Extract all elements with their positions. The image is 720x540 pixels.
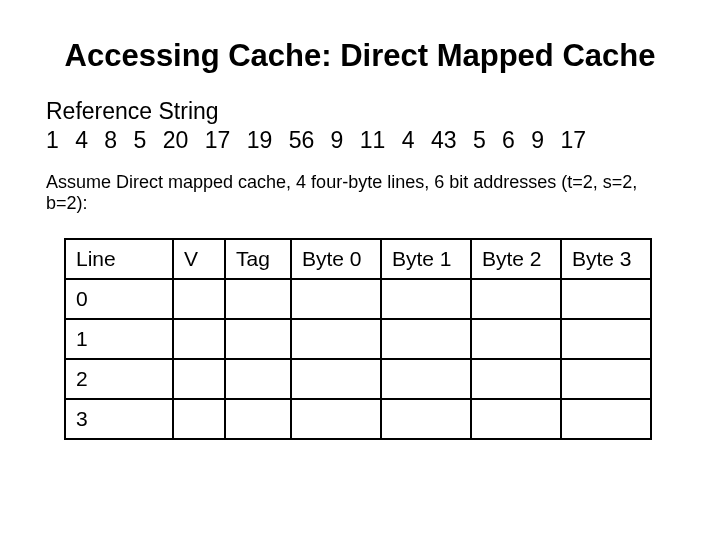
cell-b3 xyxy=(561,359,651,399)
cell-line: 0 xyxy=(65,279,173,319)
reference-string-label: Reference String xyxy=(46,98,674,125)
cell-b0 xyxy=(291,399,381,439)
table-header-row: Line V Tag Byte 0 Byte 1 Byte 2 Byte 3 xyxy=(65,239,651,279)
cell-b0 xyxy=(291,319,381,359)
slide: Accessing Cache: Direct Mapped Cache Ref… xyxy=(0,0,720,540)
cell-line: 3 xyxy=(65,399,173,439)
cell-tag xyxy=(225,399,291,439)
header-byte3: Byte 3 xyxy=(561,239,651,279)
cell-b2 xyxy=(471,399,561,439)
header-byte1: Byte 1 xyxy=(381,239,471,279)
cell-b2 xyxy=(471,319,561,359)
cell-v xyxy=(173,359,225,399)
cell-v xyxy=(173,319,225,359)
cell-b1 xyxy=(381,319,471,359)
cell-b3 xyxy=(561,399,651,439)
header-byte0: Byte 0 xyxy=(291,239,381,279)
cell-tag xyxy=(225,279,291,319)
cell-b1 xyxy=(381,279,471,319)
cell-v xyxy=(173,399,225,439)
table-row: 3 xyxy=(65,399,651,439)
cell-b1 xyxy=(381,399,471,439)
cell-b0 xyxy=(291,279,381,319)
cell-b1 xyxy=(381,359,471,399)
slide-title: Accessing Cache: Direct Mapped Cache xyxy=(46,38,674,74)
header-tag: Tag xyxy=(225,239,291,279)
cache-table: Line V Tag Byte 0 Byte 1 Byte 2 Byte 3 0… xyxy=(64,238,652,440)
cell-tag xyxy=(225,359,291,399)
header-byte2: Byte 2 xyxy=(471,239,561,279)
cell-b3 xyxy=(561,319,651,359)
cell-line: 2 xyxy=(65,359,173,399)
cell-line: 1 xyxy=(65,319,173,359)
table-row: 2 xyxy=(65,359,651,399)
assumption-text: Assume Direct mapped cache, 4 four-byte … xyxy=(46,172,674,214)
cell-b2 xyxy=(471,279,561,319)
cell-b2 xyxy=(471,359,561,399)
table-row: 1 xyxy=(65,319,651,359)
cell-tag xyxy=(225,319,291,359)
cell-b3 xyxy=(561,279,651,319)
cell-b0 xyxy=(291,359,381,399)
reference-string-values: 1 4 8 5 20 17 19 56 9 11 4 43 5 6 9 17 xyxy=(46,127,674,154)
header-v: V xyxy=(173,239,225,279)
table-row: 0 xyxy=(65,279,651,319)
cell-v xyxy=(173,279,225,319)
header-line: Line xyxy=(65,239,173,279)
